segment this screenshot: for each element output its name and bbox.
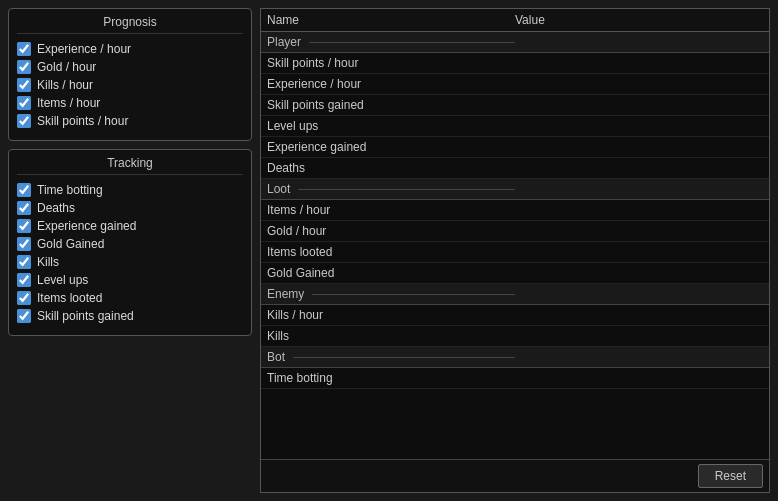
- tracking-label-7: Skill points gained: [37, 309, 134, 323]
- prognosis-checkbox-3[interactable]: [17, 96, 31, 110]
- tracking-item-3[interactable]: Gold Gained: [17, 235, 243, 253]
- tracking-checkbox-5[interactable]: [17, 273, 31, 287]
- table-footer: Reset: [261, 459, 769, 492]
- table-row-14: Kills: [261, 326, 769, 347]
- table-row-2: Experience / hour: [261, 74, 769, 95]
- prognosis-item-2[interactable]: Kills / hour: [17, 76, 243, 94]
- prognosis-item-3[interactable]: Items / hour: [17, 94, 243, 112]
- row-name-14: Kills: [267, 329, 515, 343]
- row-value-1: [515, 56, 763, 70]
- row-value-16: [515, 371, 763, 385]
- tracking-item-2[interactable]: Experience gained: [17, 217, 243, 235]
- prognosis-title: Prognosis: [17, 15, 243, 34]
- table-row-1: Skill points / hour: [261, 53, 769, 74]
- row-name-9: Gold / hour: [267, 224, 515, 238]
- table-row-3: Skill points gained: [261, 95, 769, 116]
- tracking-checkbox-6[interactable]: [17, 291, 31, 305]
- row-value-2: [515, 77, 763, 91]
- tracking-label-4: Kills: [37, 255, 59, 269]
- row-value-14: [515, 329, 763, 343]
- tracking-checkbox-0[interactable]: [17, 183, 31, 197]
- prognosis-item-0[interactable]: Experience / hour: [17, 40, 243, 58]
- table-row-5: Experience gained: [261, 137, 769, 158]
- table-row-6: Deaths: [261, 158, 769, 179]
- row-name-8: Items / hour: [267, 203, 515, 217]
- row-value-10: [515, 245, 763, 259]
- prognosis-checkbox-1[interactable]: [17, 60, 31, 74]
- table-row-15: Bot: [261, 347, 769, 368]
- tracking-item-1[interactable]: Deaths: [17, 199, 243, 217]
- prognosis-item-4[interactable]: Skill points / hour: [17, 112, 243, 130]
- prognosis-items: Experience / hourGold / hourKills / hour…: [17, 40, 243, 130]
- table-row-16: Time botting: [261, 368, 769, 389]
- reset-button[interactable]: Reset: [698, 464, 763, 488]
- row-name-4: Level ups: [267, 119, 515, 133]
- section-header-7: Loot: [267, 182, 515, 196]
- tracking-label-3: Gold Gained: [37, 237, 104, 251]
- right-panel: Name Value PlayerSkill points / hourExpe…: [260, 8, 770, 493]
- row-value-13: [515, 308, 763, 322]
- row-name-1: Skill points / hour: [267, 56, 515, 70]
- header-value: Value: [515, 13, 763, 27]
- tracking-item-6[interactable]: Items looted: [17, 289, 243, 307]
- tracking-label-6: Items looted: [37, 291, 102, 305]
- table-row-10: Items looted: [261, 242, 769, 263]
- prognosis-label-1: Gold / hour: [37, 60, 96, 74]
- tracking-item-5[interactable]: Level ups: [17, 271, 243, 289]
- table-row-13: Kills / hour: [261, 305, 769, 326]
- row-value-9: [515, 224, 763, 238]
- tracking-items: Time bottingDeathsExperience gainedGold …: [17, 181, 243, 325]
- tracking-item-7[interactable]: Skill points gained: [17, 307, 243, 325]
- prognosis-item-1[interactable]: Gold / hour: [17, 58, 243, 76]
- tracking-section: Tracking Time bottingDeathsExperience ga…: [8, 149, 252, 336]
- tracking-label-0: Time botting: [37, 183, 103, 197]
- row-name-13: Kills / hour: [267, 308, 515, 322]
- prognosis-checkbox-0[interactable]: [17, 42, 31, 56]
- table-row-7: Loot: [261, 179, 769, 200]
- row-name-3: Skill points gained: [267, 98, 515, 112]
- tracking-label-5: Level ups: [37, 273, 88, 287]
- table-body: PlayerSkill points / hourExperience / ho…: [261, 32, 769, 459]
- row-value-11: [515, 266, 763, 280]
- tracking-item-4[interactable]: Kills: [17, 253, 243, 271]
- tracking-checkbox-2[interactable]: [17, 219, 31, 233]
- row-value-6: [515, 161, 763, 175]
- table-header: Name Value: [261, 9, 769, 32]
- row-name-6: Deaths: [267, 161, 515, 175]
- tracking-checkbox-1[interactable]: [17, 201, 31, 215]
- left-panel: Prognosis Experience / hourGold / hourKi…: [0, 0, 260, 501]
- section-header-0: Player: [267, 35, 515, 49]
- prognosis-label-0: Experience / hour: [37, 42, 131, 56]
- row-name-11: Gold Gained: [267, 266, 515, 280]
- row-value-5: [515, 140, 763, 154]
- row-name-2: Experience / hour: [267, 77, 515, 91]
- prognosis-checkbox-4[interactable]: [17, 114, 31, 128]
- section-header-12: Enemy: [267, 287, 515, 301]
- tracking-item-0[interactable]: Time botting: [17, 181, 243, 199]
- table-row-11: Gold Gained: [261, 263, 769, 284]
- row-name-10: Items looted: [267, 245, 515, 259]
- tracking-checkbox-3[interactable]: [17, 237, 31, 251]
- prognosis-section: Prognosis Experience / hourGold / hourKi…: [8, 8, 252, 141]
- tracking-checkbox-7[interactable]: [17, 309, 31, 323]
- tracking-checkbox-4[interactable]: [17, 255, 31, 269]
- prognosis-label-2: Kills / hour: [37, 78, 93, 92]
- table-row-12: Enemy: [261, 284, 769, 305]
- table-row-8: Items / hour: [261, 200, 769, 221]
- prognosis-checkbox-2[interactable]: [17, 78, 31, 92]
- tracking-title: Tracking: [17, 156, 243, 175]
- table-row-0: Player: [261, 32, 769, 53]
- section-header-15: Bot: [267, 350, 515, 364]
- row-name-5: Experience gained: [267, 140, 515, 154]
- table-row-9: Gold / hour: [261, 221, 769, 242]
- table-row-4: Level ups: [261, 116, 769, 137]
- row-value-4: [515, 119, 763, 133]
- tracking-label-1: Deaths: [37, 201, 75, 215]
- prognosis-label-4: Skill points / hour: [37, 114, 128, 128]
- row-value-8: [515, 203, 763, 217]
- tracking-label-2: Experience gained: [37, 219, 136, 233]
- prognosis-label-3: Items / hour: [37, 96, 100, 110]
- row-value-3: [515, 98, 763, 112]
- row-name-16: Time botting: [267, 371, 515, 385]
- header-name: Name: [267, 13, 515, 27]
